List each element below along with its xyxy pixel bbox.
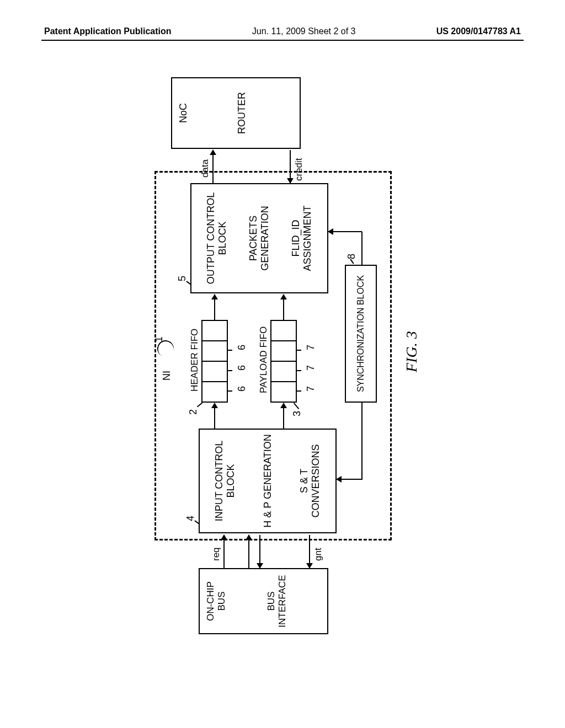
header-right: US 2009/0147783 A1 <box>436 26 521 36</box>
ref-6b: 6 <box>236 365 248 371</box>
input-block-l2: S & T CONVERSIONS <box>289 432 331 530</box>
payload-fifo <box>270 320 297 403</box>
label-credit: credit <box>294 158 305 181</box>
ref-7c: 7 <box>305 345 317 350</box>
label-req: req <box>211 547 222 561</box>
header-fifo-label: HEADER FIFO <box>189 329 200 392</box>
header-fifo <box>201 320 228 403</box>
output-control-block: OUTPUT CONTROL BLOCK PACKETS GENERATION … <box>190 183 328 293</box>
page-header: Patent Application Publication Jun. 11, … <box>0 26 565 36</box>
arrow-header-to-output <box>214 295 215 320</box>
output-block-l2: FLID_ID ASSIGNMENT <box>280 186 323 290</box>
input-block-l1: H & P GENERATION <box>247 434 289 527</box>
ni-label: NI <box>161 371 173 381</box>
header-rule <box>41 40 524 41</box>
router-label: ROUTER <box>236 92 248 134</box>
onchip-bus-title: ON-CHIP BUS <box>205 571 227 631</box>
ref-6c: 6 <box>236 345 248 350</box>
ref-6a: 6 <box>236 386 248 392</box>
header-left: Patent Application Publication <box>44 26 172 36</box>
label-data: data <box>200 159 211 178</box>
ref-7b: 7 <box>305 365 317 371</box>
sync-to-output-v <box>328 231 362 232</box>
arrow-data <box>212 150 214 183</box>
noc-title: NoC <box>178 103 189 123</box>
arrow-payload-to-output <box>283 295 284 320</box>
figure-caption: FIG. 3 <box>403 331 420 372</box>
sync-block: SYNCHRONIZATION BLOCK <box>345 265 377 403</box>
ref-7a: 7 <box>305 386 317 392</box>
output-block-title: OUTPUT CONTROL BLOCK <box>196 186 238 290</box>
input-block-title: INPUT CONTROL BLOCK <box>204 432 247 530</box>
noc-block: NoC ROUTER <box>171 77 301 149</box>
onchip-bus-block: ON-CHIP BUS BUS INTERFACE <box>199 568 328 634</box>
bus-interface-label: BUS INTERFACE <box>266 571 288 631</box>
arrow-to-payload-fifo <box>283 403 284 429</box>
ref-3: 3 <box>291 411 303 416</box>
sync-to-input-v <box>337 479 362 480</box>
ref-2: 2 <box>188 409 199 415</box>
header-center: Jun. 11, 2009 Sheet 2 of 3 <box>252 26 356 36</box>
sync-to-output-h <box>361 232 363 265</box>
arrow-to-header-fifo <box>214 403 215 429</box>
payload-fifo-label: PAYLOAD FIFO <box>258 326 269 393</box>
output-block-l1: PACKETS GENERATION <box>238 186 281 290</box>
diagram: ON-CHIP BUS BUS INTERFACE req gnt NI 1 I… <box>72 72 491 634</box>
ref-8: 8 <box>346 254 358 259</box>
input-control-block: INPUT CONTROL BLOCK H & P GENERATION S &… <box>199 429 337 533</box>
label-gnt: gnt <box>313 548 324 561</box>
sync-to-input-h <box>361 403 363 480</box>
arrow-credit <box>290 150 291 183</box>
